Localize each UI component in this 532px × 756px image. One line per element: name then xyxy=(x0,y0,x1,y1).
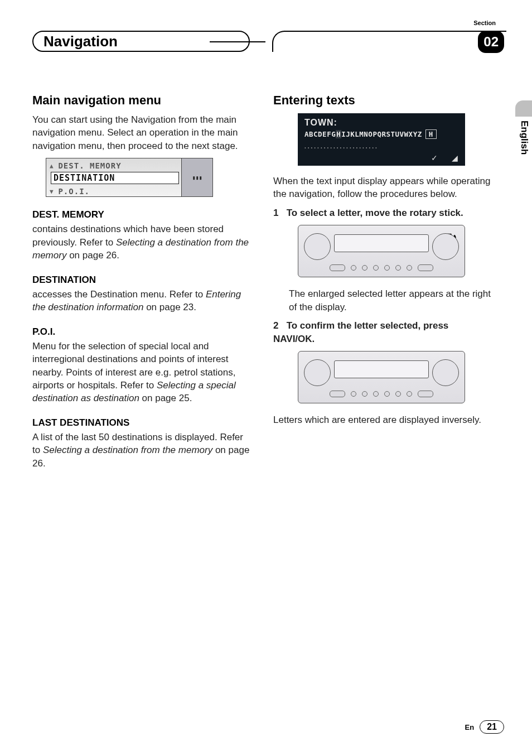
check-icon: ✓ xyxy=(431,153,438,162)
town-input-screenshot: TOWN: ABCDEFGHIJKLMNOPQRSTUVWXYZH ......… xyxy=(298,113,465,166)
page-footer: En 21 xyxy=(465,720,504,734)
s2t: To confirm the letter selected, press NA… xyxy=(273,320,448,344)
l2hi: H xyxy=(336,130,341,138)
entering-texts-heading: Entering texts xyxy=(273,93,491,108)
lcd-row-2-selected: DESTINATION xyxy=(51,172,179,184)
eraser-icon: ◢ xyxy=(452,153,458,162)
dest-memory-text: contains destinations which have been st… xyxy=(32,223,250,262)
dest-memory-heading: DEST. MEMORY xyxy=(32,209,250,220)
main-nav-heading: Main navigation menu xyxy=(32,93,250,108)
lcd-row-1-text: DEST. MEMORY xyxy=(58,161,121,170)
step-2: 2 To confirm the letter selected, press … xyxy=(273,319,491,345)
rotary-knob xyxy=(438,238,454,254)
l2b: IJKLMNOPQRSTUVWXYZ xyxy=(341,130,422,138)
nav-title: Navigation xyxy=(43,33,118,50)
destination-heading: DESTINATION xyxy=(32,275,250,286)
language-tab-label: English xyxy=(519,121,530,155)
lcd-row-3-text: P.O.I. xyxy=(58,187,90,196)
poi-text: Menu for the selection of special local … xyxy=(32,340,250,405)
s2n: 2 xyxy=(273,320,278,331)
lcd2-line1: TOWN: xyxy=(304,118,337,128)
footer-page-number: 21 xyxy=(480,720,504,734)
stereo-screen xyxy=(334,234,429,252)
rotate-arrow-icon: ↻ xyxy=(447,231,457,245)
page-header: Section 02 Navigation xyxy=(32,20,504,60)
header-rule xyxy=(272,31,506,52)
d-b: on page 23. xyxy=(143,302,196,312)
right-column: Entering texts TOWN: ABCDEFGHIJKLMNOPQRS… xyxy=(273,93,491,475)
p-b: on page 25. xyxy=(139,393,192,403)
l2a: ABCDEFG xyxy=(304,130,336,138)
s1n: 1 xyxy=(273,208,278,218)
content-columns: Main navigation menu You can start using… xyxy=(32,93,504,475)
rotary-knob-2: ⬇ xyxy=(438,364,454,381)
s1t: To select a letter, move the rotary stic… xyxy=(287,208,463,218)
stereo-buttons-2 xyxy=(330,389,433,398)
lcd2-line2: ABCDEFGHIJKLMNOPQRSTUVWXYZH xyxy=(304,130,437,138)
lcd2-icons: ✓◢ xyxy=(431,153,458,162)
section-label: Section xyxy=(473,20,496,26)
nav-title-pill: Navigation xyxy=(32,31,250,52)
last-dest-heading: LAST DESTINATIONS xyxy=(32,417,250,428)
lcd-row-1: ▲ DEST. MEMORY xyxy=(51,160,179,172)
step-1: 1 To select a letter, move the rotary st… xyxy=(273,206,491,219)
step-1-result: The enlarged selected letter appears at … xyxy=(289,287,491,314)
lcd-row-3: ▼ P.O.I. xyxy=(51,185,179,198)
stereo-screen-2 xyxy=(334,360,429,378)
stereo-buttons xyxy=(330,263,433,272)
main-nav-intro: You can start using the Navigation from … xyxy=(32,113,250,152)
l-i: Selecting a destination from the memory xyxy=(43,445,212,455)
step-2-result: Letters which are entered are displayed … xyxy=(273,413,491,426)
destination-text: accesses the Destination menu. Refer to … xyxy=(32,288,250,314)
dm-b: on page 26. xyxy=(66,250,119,261)
stereo-figure-rotate: ↻ xyxy=(298,225,465,277)
footer-lang: En xyxy=(465,723,475,731)
left-column: Main navigation menu You can start using… xyxy=(32,93,250,475)
lcd2-dots: ....................... xyxy=(304,143,379,150)
dest-menu-screenshot: ▲ DEST. MEMORY DESTINATION ▼ P.O.I. ▮▮▮ xyxy=(46,158,213,197)
l2box: H xyxy=(425,129,437,139)
lcd-side-icons: ▮▮▮ xyxy=(181,158,212,196)
entering-texts-intro: When the text input display appears whil… xyxy=(273,175,491,201)
press-arrow-icon: ⬇ xyxy=(440,364,452,381)
poi-heading: P.O.I. xyxy=(32,326,250,338)
stereo-figure-press: ⬇ xyxy=(298,351,465,403)
d-a: accesses the Destination menu. Refer to xyxy=(32,289,206,300)
last-dest-text: A list of the last 50 destinations is di… xyxy=(32,431,250,470)
